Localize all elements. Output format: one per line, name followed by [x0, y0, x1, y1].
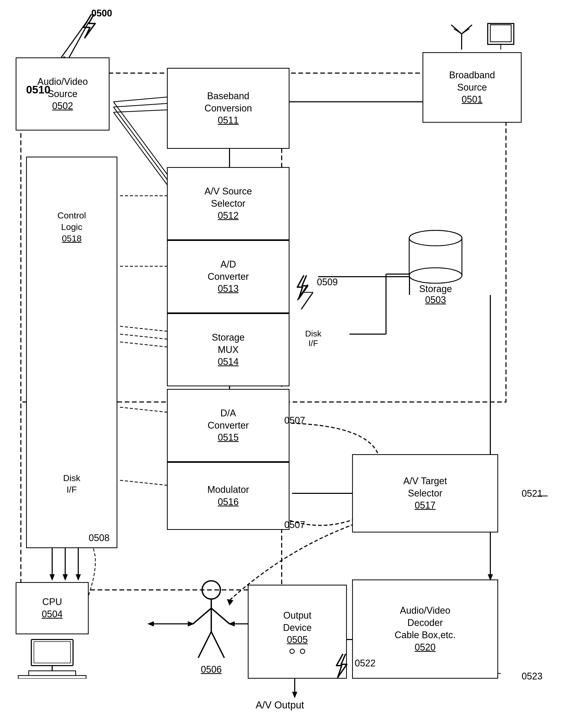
- svg-point-93: [409, 268, 462, 283]
- label-0508: 0508: [89, 532, 110, 543]
- box-id-modulator: 0516: [218, 496, 239, 508]
- box-label-storage: Storage: [419, 283, 452, 294]
- cylinder-icon: [402, 227, 469, 289]
- box-label-cpu: CPU: [42, 596, 62, 608]
- svg-line-6: [114, 103, 172, 107]
- svg-line-15: [114, 102, 170, 177]
- box-id-av-source: 0502: [52, 100, 73, 112]
- box-id-control-logic: 0518: [62, 233, 82, 243]
- box-storage: Storage 0503: [386, 227, 485, 311]
- box-storage-mux: StorageMUX 0514: [167, 313, 289, 386]
- computer-icon: [16, 637, 89, 679]
- svg-line-103: [211, 608, 230, 624]
- box-label-broadband: BroadbandSource: [449, 69, 495, 94]
- antenna-icon: [449, 21, 475, 52]
- box-label-av-selector: A/V SourceSelector: [205, 185, 252, 210]
- lightning-0509-icon: [292, 274, 313, 300]
- svg-line-42: [120, 334, 170, 339]
- box-id-storage: 0503: [425, 294, 446, 305]
- box-label-storage-mux: StorageMUX: [212, 332, 245, 356]
- svg-rect-99: [18, 676, 86, 679]
- box-label-modulator: Modulator: [207, 484, 249, 496]
- box-label-disk-if-inner: DiskI/F: [63, 473, 80, 494]
- svg-marker-57: [76, 574, 81, 581]
- svg-line-16: [114, 107, 170, 183]
- svg-marker-51: [50, 574, 55, 581]
- svg-rect-96: [34, 642, 70, 663]
- label-0523: 0523: [522, 671, 542, 682]
- box-cpu: CPU 0504: [16, 582, 89, 634]
- disk-if-label-right: DiskI/F: [305, 329, 321, 348]
- box-label-baseband: BasebandConversion: [205, 90, 252, 115]
- box-label-output-device: OutputDevice: [283, 609, 312, 634]
- box-baseband-conversion: BasebandConversion 0511: [167, 68, 289, 149]
- box-id-ad-conv: 0513: [218, 283, 239, 295]
- svg-line-85: [454, 29, 462, 34]
- box-id-storage-mux: 0514: [218, 356, 239, 368]
- svg-rect-87: [488, 23, 514, 44]
- label-0521: 0521: [522, 488, 542, 499]
- svg-line-5: [114, 97, 172, 102]
- human-figure: 0506: [188, 579, 235, 675]
- box-label-av-decoder: Audio/VideoDecoderCable Box,etc.: [395, 605, 456, 641]
- label-0509: 0509: [317, 277, 338, 288]
- diagram: 0500 Audio/VideoSource 0502 BroadbandSou…: [0, 0, 567, 728]
- box-label-av-target: A/V TargetSelector: [403, 475, 447, 500]
- svg-marker-66: [292, 692, 297, 698]
- svg-line-40: [120, 326, 170, 332]
- label-0506: 0506: [188, 664, 235, 675]
- box-av-target-selector: A/V TargetSelector 0517: [352, 454, 498, 532]
- box-ad-converter: A/DConverter 0513: [167, 240, 289, 313]
- svg-line-102: [193, 608, 211, 624]
- box-id-av-decoder: 0520: [415, 641, 435, 654]
- box-id-da-conv: 0515: [218, 431, 239, 444]
- svg-marker-61: [147, 621, 154, 626]
- svg-point-100: [202, 581, 221, 599]
- box-id-output-device: 0505: [287, 634, 308, 646]
- svg-point-94: [409, 230, 462, 246]
- svg-line-46: [120, 407, 170, 412]
- box-broadband-source: BroadbandSource 0501: [422, 52, 522, 123]
- box-id-av-selector: 0512: [218, 210, 239, 222]
- box-id-cpu: 0504: [42, 608, 63, 620]
- box-da-converter: D/AConverter 0515: [167, 389, 289, 462]
- svg-line-17: [114, 112, 170, 188]
- svg-line-105: [211, 632, 224, 658]
- box-id-av-target: 0517: [415, 499, 435, 512]
- box-av-source-selector: A/V SourceSelector 0512: [167, 167, 289, 240]
- label-0507a: 0507: [284, 415, 305, 426]
- svg-line-104: [198, 632, 211, 658]
- box-label-da-conv: D/AConverter: [208, 407, 249, 432]
- box-label-ad-conv: A/DConverter: [208, 258, 249, 283]
- label-0507b: 0507: [284, 519, 305, 530]
- label-av-output: A/V Output: [256, 700, 304, 711]
- svg-line-7: [114, 110, 172, 112]
- svg-marker-54: [63, 574, 68, 581]
- box-modulator: Modulator 0516: [167, 462, 289, 530]
- box-control-logic: ControlLogic 0518 DiskI/F: [26, 157, 117, 548]
- label-0522: 0522: [355, 658, 375, 669]
- label-0510: 0510: [26, 84, 50, 96]
- lightning-0522-icon: [331, 653, 352, 679]
- box-label-control-logic: ControlLogic: [57, 210, 86, 232]
- svg-line-48: [120, 480, 170, 486]
- box-id-baseband: 0511: [218, 114, 239, 127]
- svg-rect-88: [490, 25, 511, 42]
- svg-line-44: [120, 342, 170, 347]
- box-id-broadband: 0501: [462, 93, 482, 106]
- label-0500: 0500: [91, 8, 112, 19]
- monitor-icon: [485, 21, 516, 52]
- svg-line-86: [462, 29, 469, 34]
